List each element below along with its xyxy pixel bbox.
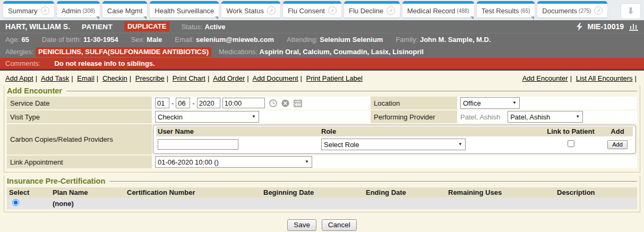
duplicate-badge[interactable]: DUPLICATE — [124, 22, 169, 31]
medications-value: Aspirin Oral, Calcium, Coumadin, Lasix, … — [260, 48, 424, 56]
insurance-precert-section: Insurance Pre-Certification Select Plan … — [4, 176, 640, 212]
form-footer: Save Cancel — [0, 219, 644, 231]
add-encounter-title: Add Encounter — [7, 85, 637, 97]
lightning-icon[interactable] — [577, 23, 582, 31]
col-certification-number: Certification Number — [125, 187, 261, 197]
status-label: Status: — [181, 23, 202, 31]
link-add-appt[interactable]: Add Appt — [5, 74, 33, 82]
patient-name: HART, WILLIAM S. — [5, 22, 70, 31]
col-plan-name: Plan Name — [50, 187, 125, 197]
patient-dob: 11-30-1954 — [83, 36, 118, 44]
col-select: Select — [7, 187, 50, 197]
tab-flu-consent[interactable]: Flu Consent ↗ — [283, 1, 341, 18]
action-links-left: Add Appt| Add Task| Email| Checkin| Pres… — [5, 74, 363, 82]
location-label: Location — [371, 97, 457, 109]
action-links-row: Add Appt| Add Task| Email| Checkin| Pres… — [0, 71, 644, 85]
tab-health-surveillance[interactable]: Health Surveillance — [150, 1, 219, 18]
performing-provider-select[interactable]: Patel, Ashish — [508, 111, 583, 123]
link-appointment-select[interactable]: 01-06-2020 10:00 () — [155, 156, 312, 168]
tab-admin[interactable]: Admin (308) — [57, 1, 100, 18]
service-date-label: Service Date — [7, 97, 152, 109]
carbon-copies-box: User Name Role Link to Patient Add Selec… — [153, 125, 636, 154]
patient-email: selenium@mieweb.com — [196, 36, 274, 44]
action-links-right: Add Encounter| List All Encounters| — [522, 74, 639, 82]
popout-icon[interactable]: ↗ — [41, 6, 49, 15]
comments-text: Do not release info to siblings. — [54, 59, 154, 67]
link-print-chart[interactable]: Print Chart — [173, 74, 205, 82]
table-row: (none) — [7, 197, 637, 209]
link-email[interactable]: Email — [77, 74, 95, 82]
service-date-day-input[interactable] — [176, 98, 190, 108]
user-name-input[interactable] — [158, 139, 238, 150]
service-date-year-input[interactable] — [197, 98, 220, 108]
popout-icon[interactable]: ↗ — [267, 6, 276, 15]
calendar-icon[interactable] — [294, 99, 302, 107]
link-add-order[interactable]: Add Order — [213, 74, 245, 82]
patient-header: HART, WILLIAM S. PATIENT DUPLICATE Statu… — [0, 20, 644, 58]
col-description: Description — [555, 187, 637, 197]
chart-tab-bar: Summary ↗ Admin (308) Case Mgmt Health S… — [0, 0, 644, 20]
link-appointment-label: Link Appointment — [7, 156, 152, 168]
service-time-input[interactable] — [222, 98, 265, 108]
attending-provider: Selenium Selenium — [320, 36, 383, 44]
popout-icon[interactable]: ↗ — [594, 6, 603, 15]
tab-summary[interactable]: Summary ↗ — [3, 1, 54, 18]
cancel-button[interactable]: Cancel — [322, 219, 357, 231]
user-name-header: User Name — [156, 126, 320, 136]
status-value: Active — [205, 23, 226, 31]
role-select[interactable]: Select Role — [321, 139, 466, 150]
link-to-patient-checkbox[interactable] — [568, 140, 574, 147]
link-list-all-encounters[interactable]: List All Encounters — [576, 74, 633, 82]
location-select[interactable]: Office — [460, 97, 520, 109]
link-add-document[interactable]: Add Document — [253, 74, 298, 82]
chart-id: MIE-10019 — [588, 22, 624, 31]
allergies-value[interactable]: PENICILLINS, SULFA(SULFONAMIDE ANTIBIOTI… — [36, 47, 211, 57]
precert-none-radio[interactable] — [12, 199, 19, 206]
down-arrow-icon: ⬇ — [627, 6, 634, 15]
add-carbon-copy-button[interactable]: Add — [607, 140, 628, 149]
link-to-patient-header: Link to Patient — [539, 126, 602, 136]
tab-flu-decline[interactable]: Flu Decline ↗ — [344, 1, 400, 18]
carbon-copies-label: Carbon Copies/Related Providers — [7, 124, 152, 154]
insurance-precert-table: Select Plan Name Certification Number Be… — [7, 187, 637, 209]
add-encounter-section: Add Encounter Service Date - - Location … — [4, 85, 640, 173]
family-provider: John M. Sample, M.D. — [420, 36, 491, 44]
performing-provider-current: Patel, Ashish — [460, 113, 500, 121]
link-prescribe[interactable]: Prescribe — [135, 74, 165, 82]
patient-alerts: Allergies: PENICILLINS, SULFA(SULFONAMID… — [0, 46, 644, 58]
service-date-month-input[interactable] — [155, 98, 169, 108]
plan-name-value: (none) — [50, 197, 125, 209]
col-remaining-uses: Remaining Uses — [446, 187, 555, 197]
tab-documents[interactable]: Documents (275) ↗ — [537, 1, 607, 18]
performing-provider-label: Performing Provider — [371, 110, 457, 123]
chart-stats-icon[interactable] — [629, 22, 639, 31]
link-add-task[interactable]: Add Task — [41, 74, 69, 82]
link-checkin[interactable]: Checkin — [102, 74, 127, 82]
popout-icon[interactable]: ↗ — [387, 6, 395, 15]
tab-medical-record[interactable]: Medical Record (488) — [402, 1, 474, 18]
visit-type-label: Visit Type — [7, 110, 152, 123]
tab-overflow-button[interactable]: ⬇ — [621, 3, 641, 19]
patient-age: 65 — [21, 36, 29, 44]
tab-case-mgmt[interactable]: Case Mgmt — [102, 1, 147, 18]
clear-date-icon[interactable] — [281, 99, 289, 107]
insurance-precert-title: Insurance Pre-Certification — [7, 176, 637, 187]
add-header: Add — [602, 126, 633, 136]
col-ending-date: Ending Date — [364, 187, 446, 197]
comments-bar: Comments: Do not release info to sibling… — [0, 58, 644, 71]
popout-icon[interactable]: ↗ — [328, 6, 337, 15]
tab-work-status[interactable]: Work Status ↗ — [221, 1, 280, 18]
comments-label: Comments: — [5, 59, 40, 67]
link-print-patient-label[interactable]: Print Patient Label — [306, 74, 363, 82]
role-header: Role — [320, 126, 539, 136]
link-add-encounter[interactable]: Add Encounter — [522, 74, 568, 82]
save-button[interactable]: Save — [287, 219, 316, 231]
clock-icon[interactable] — [269, 99, 277, 107]
tab-test-results[interactable]: Test Results (65) — [477, 1, 535, 18]
visit-type-select[interactable]: Checkin — [155, 111, 259, 123]
col-beginning-date: Beginning Date — [261, 187, 364, 197]
patient-sex: Male — [147, 36, 162, 44]
patient-type-label: PATIENT — [82, 23, 113, 31]
patient-demographics: Age: 65 Date of birth: 11-30-1954 Sex: M… — [0, 33, 644, 46]
